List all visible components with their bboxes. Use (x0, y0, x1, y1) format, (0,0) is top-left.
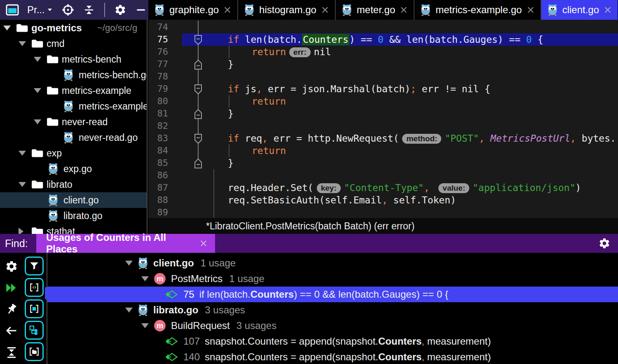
editor-line-75[interactable]: 75if len(batch.Counters) == 0 && len(bat… (148, 33, 618, 46)
expand-arrow-icon[interactable] (34, 119, 41, 124)
settings-button[interactable] (5, 259, 19, 273)
line-number[interactable]: 82 (148, 120, 168, 132)
fold-end-marker[interactable] (194, 59, 203, 70)
collapse-arrow-icon[interactable] (19, 228, 23, 234)
expand-arrow-icon[interactable] (19, 151, 26, 156)
back-arrow-button[interactable] (5, 324, 19, 338)
code-editor[interactable]: 7475if len(batch.Counters) == 0 && len(b… (148, 20, 618, 217)
open-in-window-toggle-button[interactable] (25, 342, 44, 361)
editor-line-81[interactable]: 81} (148, 107, 618, 120)
tree-item-metrics-bench[interactable]: metrics-bench (0, 51, 147, 67)
line-number[interactable]: 83 (148, 132, 168, 145)
fold-start-marker[interactable] (194, 84, 203, 95)
line-number[interactable]: 81 (148, 107, 168, 120)
tree-item-never-read[interactable]: never-read (0, 114, 147, 130)
editor-line-76[interactable]: 76returnerr:nil (148, 46, 618, 58)
editor-line-82[interactable]: 82 (148, 120, 618, 132)
result-row[interactable]: librato.go3 usages (47, 302, 618, 318)
line-number[interactable]: 74 (148, 21, 168, 33)
editor-line-88[interactable]: 88req.SetBasicAuth(self.Email, self.Toke… (148, 194, 618, 206)
settings-button[interactable] (114, 4, 126, 16)
tree-item-exp.go[interactable]: exp.go (0, 161, 147, 177)
line-number[interactable]: 75 (148, 33, 168, 46)
editor-line-74[interactable]: 74 (148, 21, 618, 33)
tab-histogram.go[interactable]: histogram.go (238, 0, 336, 20)
line-number[interactable]: 78 (148, 70, 168, 83)
close-icon[interactable] (223, 6, 232, 14)
collapse-button[interactable] (83, 4, 95, 16)
expand-arrow-icon[interactable] (3, 26, 11, 30)
group-by-toggle-button[interactable] (25, 321, 44, 340)
tab-graphite.go[interactable]: graphite.go (148, 0, 238, 20)
tree-item-librato.go[interactable]: librato.go (0, 208, 147, 224)
editor-line-77[interactable]: 77} (148, 58, 618, 70)
editor-line-86[interactable]: 86 (148, 169, 618, 182)
line-number[interactable]: 87 (148, 182, 168, 194)
expand-arrow-icon[interactable] (125, 308, 133, 313)
expand-arrow-icon[interactable] (141, 276, 149, 281)
project-tree[interactable]: go-metrics~/go/src/gcmdmetrics-benchmetr… (0, 20, 147, 234)
editor-line-89[interactable]: 89 (148, 206, 618, 217)
result-row[interactable]: 140snapshot.Counters = append(snapshot.C… (47, 349, 618, 364)
tree-item-metrics-example[interactable]: metrics-example (0, 83, 147, 98)
line-number[interactable]: 86 (148, 169, 168, 182)
locate-button[interactable] (61, 3, 75, 16)
tree-item-exp[interactable]: exp (0, 145, 147, 161)
preview-square-toggle-button[interactable] (25, 299, 44, 318)
editor-line-84[interactable]: 84return (148, 145, 618, 157)
tree-item-never-read.go[interactable]: never-read.go (0, 130, 147, 145)
fold-start-marker[interactable] (194, 35, 203, 45)
result-row[interactable]: mBuildRequest3 usages (47, 318, 618, 334)
expand-arrow-icon[interactable] (19, 41, 26, 46)
tree-item-metrics-example.go[interactable]: metrics-example.go (0, 98, 147, 114)
tab-meter.go[interactable]: meter.go (336, 0, 414, 20)
result-row[interactable]: 75if len(batch.Counters) == 0 && len(bat… (47, 287, 618, 302)
pin-button[interactable] (5, 302, 19, 316)
rerun-button[interactable] (5, 281, 19, 295)
line-number[interactable]: 89 (148, 206, 168, 217)
tree-item-go-metrics[interactable]: go-metrics~/go/src/g (0, 20, 147, 36)
close-icon[interactable] (604, 6, 612, 14)
close-icon[interactable] (321, 6, 329, 14)
result-row[interactable]: mPostMetrics1 usage (47, 271, 618, 287)
tree-item-metrics-bench.go[interactable]: metrics-bench.go (0, 67, 147, 83)
line-number[interactable]: 84 (148, 145, 168, 157)
expand-arrow-icon[interactable] (34, 57, 41, 62)
project-selector[interactable]: Pr... (27, 4, 53, 16)
find-settings-gear-icon[interactable] (598, 237, 611, 251)
result-row[interactable]: 107snapshot.Counters = append(snapshot.C… (47, 334, 618, 349)
expand-arrow-icon[interactable] (19, 182, 26, 187)
result-row[interactable]: client.go1 usage (47, 255, 618, 271)
editor-line-87[interactable]: 87req.Header.Set(key:"Content-Type", val… (148, 182, 618, 194)
expand-arrow-icon[interactable] (34, 88, 41, 93)
close-icon[interactable] (527, 6, 535, 14)
line-number[interactable]: 76 (148, 46, 168, 58)
editor-line-78[interactable]: 78 (148, 70, 618, 83)
close-icon[interactable] (400, 6, 408, 14)
close-icon[interactable] (199, 239, 208, 247)
tree-item-cmd[interactable]: cmd (0, 36, 147, 51)
editor-line-80[interactable]: 80return (148, 95, 618, 107)
line-number[interactable]: 88 (148, 194, 168, 206)
expand-arrow-icon[interactable] (125, 261, 133, 266)
tree-item-client.go[interactable]: client.go (0, 192, 147, 208)
line-number[interactable]: 85 (148, 157, 168, 169)
tab-client.go[interactable]: client.go (541, 0, 618, 20)
hide-button[interactable] (135, 4, 147, 16)
expand-arrow-icon[interactable] (141, 323, 149, 328)
editor-line-79[interactable]: 79if js, err = json.Marshal(batch); err … (148, 83, 618, 95)
tree-item-librato[interactable]: librato (0, 177, 147, 192)
fold-end-marker[interactable] (194, 158, 203, 169)
tool-window-button[interactable] (6, 4, 19, 16)
editor-line-83[interactable]: 83if req, err = http.NewRequest(method:"… (148, 132, 618, 145)
fold-start-marker[interactable] (194, 133, 203, 144)
collapse-expand-button[interactable] (5, 345, 19, 359)
line-number[interactable]: 79 (148, 83, 168, 95)
line-number[interactable]: 77 (148, 58, 168, 70)
usage-results-tree[interactable]: client.go1 usagemPostMetrics1 usage75if … (47, 253, 618, 364)
editor-line-85[interactable]: 85} (148, 157, 618, 169)
line-number[interactable]: 80 (148, 95, 168, 107)
panel-divider[interactable] (147, 20, 147, 234)
read-write-access-toggle-button[interactable] (25, 278, 44, 297)
find-results-tab[interactable]: Usages of Counters in All Places (36, 234, 215, 253)
